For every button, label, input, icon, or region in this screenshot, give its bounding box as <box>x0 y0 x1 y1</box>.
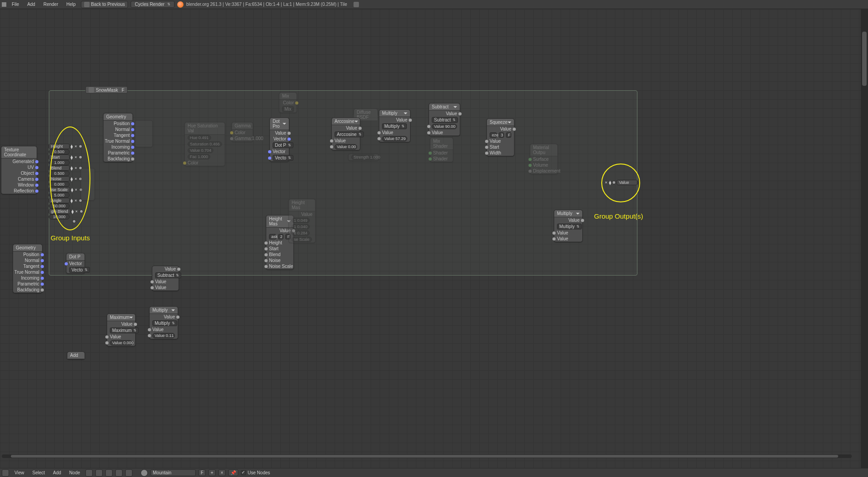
socket-in[interactable] <box>230 137 233 140</box>
group-input-value[interactable]: 10.000 <box>49 214 70 220</box>
sel-op[interactable]: Maximum⇅ <box>110 327 139 333</box>
horizontal-scrollbar[interactable] <box>2 454 852 458</box>
group-input-row[interactable]: Height▴▾× <box>49 144 82 149</box>
socket-out[interactable] <box>41 288 44 291</box>
socket-out[interactable] <box>295 101 298 104</box>
material-browse-icon[interactable] <box>141 469 148 477</box>
socket-out[interactable] <box>35 166 38 169</box>
socket-out[interactable] <box>41 253 44 256</box>
reorder-arrows[interactable]: ▴▾ <box>71 155 73 159</box>
pin-btn[interactable]: 📌 <box>228 469 238 476</box>
node-multiply-2[interactable]: Multiply Value Multiply⇅ Value Value <box>554 210 583 242</box>
socket-in[interactable] <box>427 131 430 134</box>
reorder-arrows[interactable]: ▴▾ <box>71 166 73 170</box>
socket-in[interactable] <box>264 253 268 256</box>
param-name[interactable]: Angle <box>49 198 70 203</box>
input-socket[interactable] <box>79 145 82 148</box>
val[interactable]: Value 0.000 <box>110 340 132 346</box>
socket-out[interactable] <box>35 183 38 187</box>
socket-in[interactable] <box>264 241 268 244</box>
socket-out[interactable] <box>131 128 134 131</box>
shader-type-icon-2[interactable] <box>125 469 132 477</box>
node-gamma[interactable]: Gamma Color Gamma:1.000 <box>231 122 253 142</box>
socket-out[interactable] <box>35 189 38 192</box>
group-input-add[interactable] <box>72 220 76 223</box>
socket-in[interactable] <box>65 262 68 265</box>
socket-out[interactable] <box>131 134 134 137</box>
sel-op[interactable]: Arccosine⇅ <box>335 131 364 137</box>
socket-in[interactable] <box>264 259 268 262</box>
fake-user-btn[interactable]: F <box>198 469 206 476</box>
collapse-icon[interactable] <box>354 121 358 122</box>
group-input-row[interactable]: Noise▴▾× <box>49 176 82 182</box>
collapse-icon[interactable] <box>576 213 580 215</box>
input-socket[interactable] <box>79 155 82 159</box>
node-arccosine[interactable]: Arccosine Value Arccosine⇅ Value Value 0… <box>331 117 360 150</box>
socket-out[interactable] <box>41 265 44 268</box>
menu-view[interactable]: View <box>12 469 27 476</box>
remove-input-btn[interactable]: × <box>74 198 78 203</box>
back-to-previous-button[interactable]: Back to Previous <box>81 1 128 8</box>
socket-in[interactable] <box>377 131 381 134</box>
socket-out[interactable] <box>35 172 38 175</box>
socket-out[interactable] <box>134 323 137 326</box>
vec-field[interactable]: Vecto⇅ <box>273 155 293 161</box>
param-name[interactable]: Start <box>49 154 70 160</box>
socket-in[interactable] <box>264 247 268 250</box>
collapse-icon[interactable] <box>404 112 407 114</box>
reorder-arrows[interactable]: ▴▾ <box>71 187 73 192</box>
socket-out[interactable] <box>35 160 38 163</box>
group-input-value[interactable]: 0.000 <box>49 182 70 187</box>
collapse-icon[interactable] <box>171 309 175 311</box>
param-name[interactable]: Blend <box>49 165 70 171</box>
socket-in[interactable] <box>264 265 268 268</box>
sel-op[interactable]: Subtract⇅ <box>155 272 181 278</box>
use-nodes-checkbox[interactable]: Use Nodes <box>241 470 270 475</box>
sel[interactable]: Vecto⇅ <box>69 267 90 273</box>
output-socket[interactable] <box>612 181 616 184</box>
socket-in[interactable] <box>552 237 556 240</box>
editor-type-icon[interactable] <box>2 469 9 477</box>
remove-input-btn[interactable]: × <box>74 177 78 181</box>
menu-add-bottom[interactable]: Add <box>50 469 64 476</box>
group-input-value[interactable]: 0.500 <box>49 149 70 154</box>
reorder-arrows[interactable]: ▴▾ <box>71 209 74 214</box>
group-input-value[interactable]: 0.500 <box>49 171 70 176</box>
node-faded-mix2[interactable]: Strength 1.000 <box>348 154 379 161</box>
node-maximum[interactable]: Maximum Value Maximum⇅ Value Value 0.000 <box>107 313 136 346</box>
param-default[interactable]: 10.000 <box>49 214 70 220</box>
socket-out[interactable] <box>176 315 179 318</box>
param-name[interactable]: gle Blend <box>49 209 71 214</box>
socket-out[interactable] <box>288 137 291 140</box>
socket-out[interactable] <box>458 112 462 115</box>
remove-input-btn[interactable]: × <box>74 187 78 192</box>
group-input-row[interactable]: Start▴▾× <box>49 154 82 160</box>
btn[interactable]: F <box>506 132 511 138</box>
node-texture-coordinate[interactable]: Texture Coordinate Generated UV Object C… <box>1 146 37 194</box>
remove-output-btn[interactable]: × <box>604 180 608 185</box>
remove-input-btn[interactable]: × <box>75 209 79 214</box>
node-faded[interactable] <box>135 120 153 147</box>
input-socket-empty[interactable] <box>72 220 76 223</box>
socket-in[interactable] <box>151 286 154 289</box>
collapse-icon[interactable] <box>129 317 133 318</box>
input-socket[interactable] <box>80 210 83 213</box>
v[interactable]: 1 0.040 <box>292 224 310 229</box>
socket-out[interactable] <box>131 140 134 143</box>
val[interactable]: Strength 1.000 <box>351 154 376 160</box>
btn[interactable]: ask <box>269 234 276 239</box>
socket-out[interactable] <box>131 151 134 154</box>
window-icon[interactable] <box>354 2 359 7</box>
socket-in[interactable] <box>552 231 556 234</box>
socket-in[interactable] <box>105 335 108 338</box>
node-geometry-outside[interactable]: Geometry Position Normal Tangent True No… <box>13 244 42 293</box>
reorder-arrows[interactable]: ▴▾ <box>71 198 73 203</box>
collapse-icon[interactable] <box>453 106 457 108</box>
socket-in[interactable] <box>268 150 271 153</box>
socket-in[interactable] <box>151 280 154 283</box>
group-input-value[interactable]: 5.000 <box>49 192 70 198</box>
remove-material-btn[interactable]: × <box>218 469 226 476</box>
node-subtract-1[interactable]: Subtract Value Subtract⇅ Value 90.00 Val… <box>429 103 460 136</box>
socket-in[interactable] <box>330 139 333 142</box>
socket-in[interactable] <box>528 169 532 173</box>
